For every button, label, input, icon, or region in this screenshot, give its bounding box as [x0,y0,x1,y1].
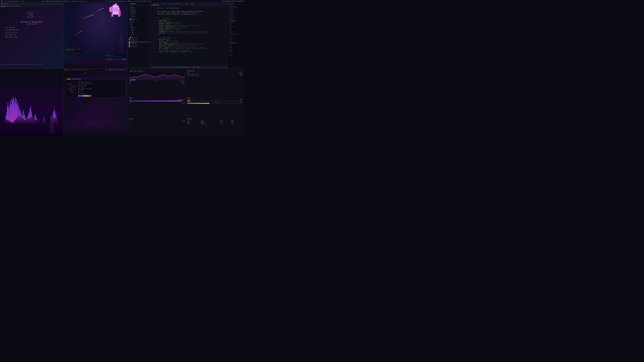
svg-rect-10 [109,7,111,11]
disk-col-size: / [216,99,216,100]
tree-homelab[interactable]: ▸ home.lab [128,10,151,12]
outline-theme: theme [228,27,244,29]
outline-systemsettings: ▾ systemSettings [228,6,244,8]
status-q4-left: ⬛ Tech 100% 20% 100% 2s 10s [65,69,88,70]
outline-name: name [228,23,244,24]
shooting-star-2 [81,14,94,19]
qb-menu-newtab[interactable]: [t] [New tab] [5,33,62,36]
tree-worklab[interactable]: ▸ worklab [128,15,151,17]
neo-star-1 [69,72,69,72]
tree-personal[interactable]: ▸ personal [128,12,151,13]
net-tx-val: 54.0 [182,121,184,122]
disk-bar-bg [187,100,242,101]
center-top-window: ⬛ Tech 100% 20% 100% 2s 10s Sat 2024-03-… [64,0,128,68]
tree-pkgs[interactable]: ▸ pkgs [128,30,151,32]
tree-readme-user[interactable]: 📄 README.org [128,37,151,38]
qb-welcome: Welcome to Qutebrowser [2,21,62,23]
editor-tab-main[interactable]: main [190,2,194,5]
tree-shell[interactable]: ▸ shell [128,32,151,33]
net-idle-label: 0% [129,123,130,124]
qb-tab-home[interactable]: home.lab [1,5,6,7]
net-rx-val: 36.0 [182,120,184,121]
ram-100: 100%| [129,102,132,103]
editor-tab-producer[interactable]: Producer.p/LibrePhoenix.p [166,2,184,5]
swap-vals: 0% 8% [182,103,184,104]
tree-app[interactable]: ▸ app [128,25,151,27]
tree-install-org[interactable]: 📄 install.org [128,44,151,46]
tree-git[interactable]: ▸ .git [128,5,151,7]
neo-colors [78,95,92,96]
neo-body: WE| //\\ RK| OS: :::: // ::::://####// :… [66,80,126,97]
tree-profiles[interactable]: ▾ profiles [128,8,151,10]
qb-ascii-art: . * . * . * . * . * . ╔═══════╗ . * . * … [2,10,62,19]
editor-tab-flake[interactable]: flake.nix [152,2,159,5]
status-tech: Tech 100% 20% 100% 2s 10s [4,0,24,2]
net-tx-arrow: ↑ [129,121,130,122]
qb-tabs[interactable]: home.lab Quickmarks External [0,5,64,7]
qb-menu-search[interactable]: [o] [Search] [5,26,62,29]
qb-urlbar: file:///home/emmet/.browser/Tech/config/… [1,64,63,65]
code-content: description = "Flake of LibrePhoenix"; o… [155,5,228,66]
disk2-bar-fill [187,103,209,104]
neofetch-bg: ⬛ Tech 100% 20% 100% 2s 10s Sat 2024-03-… [64,68,127,137]
tree-themes[interactable]: ▸ themes [128,22,151,23]
tree-user[interactable]: ▾ user [128,23,151,25]
disks-title: Disks [187,97,242,99]
qb-key-quickmarks: [b] [Quickmarks] [5,29,18,30]
outline-pkgs-system: system [228,51,244,53]
qb-profile: Tech Profile [2,23,62,25]
qb-title: Qutebrowser [1,3,8,4]
qb-menu-quickmarks[interactable]: [b] [Quickmarks] [5,29,62,31]
qb-tab-external[interactable]: External [14,6,20,7]
tree-work[interactable]: ▸ work [128,13,151,15]
status-time-q3: Sat 2024-03-09 05:06:00 PM [222,0,243,2]
qb-menu-history[interactable]: [s h] [History] [5,31,62,33]
proc-1-cpu: 0.35 [220,121,231,122]
svg-rect-3 [112,11,119,14]
editor-tab-nix[interactable]: Nix [185,2,189,5]
tree-install-sh[interactable]: 📄 install.sh [128,46,151,47]
cpu-stats: 100%| 11 CPU like [129,80,184,82]
cpu-minmax: 0% 0 8% [129,83,184,84]
editor-tabs[interactable]: flake.nix 3:10 Producer.p/LibrePhoenix.p… [151,2,228,5]
tree-harden[interactable]: 📄 harden.sh [128,43,151,44]
tree-desktop[interactable]: 🖼 desktop.png [128,40,151,41]
disk-time: 0s [187,104,188,105]
outline-email: email [228,24,244,26]
neo-window: emmet@snowfire WE| //\\ RK| OS: :::: // … [66,78,126,98]
outline-fontpkg: fontPkg [228,38,244,39]
outline-browser: browser [228,32,244,33]
tree-readme-main[interactable]: 📄 README.org [128,38,151,40]
qb-menu-closetab[interactable]: [x] [Close tab] [5,36,62,38]
swap-row: 0s 0% 8% [129,103,184,104]
proc-1-name: Hyprland [201,121,220,122]
proc-2-cpu: 0.26 [220,122,231,123]
outline-wmtype: wmType [228,30,244,32]
tree-hardware[interactable]: ▸ hardware [128,27,151,28]
tree-wsl[interactable]: ▸ wsl [128,17,151,18]
tree-system[interactable]: ▸ system [128,20,151,22]
tree-wm[interactable]: ▸ wm [128,35,151,37]
outline-grubdevice: grubDevice [228,18,244,20]
star-3 [70,13,71,14]
tree-style[interactable]: ▸ style [128,33,151,35]
svg-rect-12 [114,9,114,10]
temp-junction-val: 58°C [240,75,242,76]
temps-col-temp: Temp(F) [238,72,242,73]
temp-edge-val: 49°C [240,73,242,75]
terminal-cmd: $ rapidash-galax [65,50,82,51]
processes-panel: Processes PID Name CPU% MEM% 2929 Hyprla… [186,117,243,136]
tree-lang[interactable]: ▸ lang [128,28,151,30]
qb-tab-quickmarks[interactable]: Quickmarks [7,6,14,7]
svg-rect-11 [118,10,120,16]
tree-flake-selected[interactable]: 📄 flake.nix [128,41,151,43]
tree-patches[interactable]: ▸ patches [128,7,151,8]
qutebrowser-window: ⬛ Tech 100% 20% 100% 2s 10s Sat 2024-03-… [0,0,64,68]
tree-readme-profiles[interactable]: 📄 README.org [128,18,151,20]
outline-outputs: ▸ outputs [228,5,244,6]
cpu-graph [129,72,184,79]
star-2 [74,8,74,9]
disk-col-dev: /dev/dm-0 [187,99,192,100]
qb-label-close: [Close tab] [8,36,18,38]
neo-titlebar: emmet@snowfire [66,78,126,80]
